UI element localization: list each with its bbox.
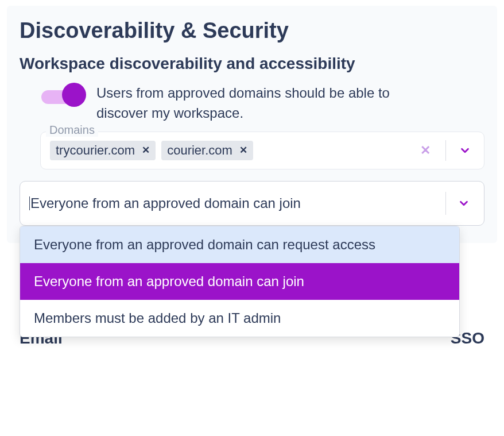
domains-field: Domains trycourier.com ✕ courier.com ✕ ✕ [40, 132, 484, 169]
clear-all-icon[interactable]: ✕ [414, 143, 436, 158]
access-option-label: Everyone from an approved domain can req… [34, 237, 375, 252]
close-icon[interactable]: ✕ [142, 144, 150, 156]
chevron-down-icon[interactable] [454, 197, 474, 210]
access-select-dropdown: Everyone from an approved domain can req… [20, 226, 460, 337]
access-select[interactable]: Everyone from an approved domain can joi… [20, 181, 484, 226]
divider [445, 192, 446, 215]
access-select-value-text: Everyone from an approved domain can joi… [30, 195, 301, 211]
access-select-value: Everyone from an approved domain can joi… [30, 195, 441, 211]
text-caret [29, 196, 30, 210]
toggle-knob [62, 83, 86, 107]
access-option-can-join[interactable]: Everyone from an approved domain can joi… [20, 263, 459, 300]
domains-legend: Domains [46, 124, 98, 137]
chevron-down-icon[interactable] [455, 144, 475, 157]
domains-input[interactable]: trycourier.com ✕ courier.com ✕ ✕ [40, 132, 484, 169]
domain-chip-label: trycourier.com [56, 143, 135, 158]
section-title: Workspace discoverability and accessibil… [20, 55, 484, 73]
access-option-request-access[interactable]: Everyone from an approved domain can req… [20, 226, 459, 263]
domain-chip-label: courier.com [167, 143, 232, 158]
access-select-wrap: Everyone from an approved domain can joi… [20, 181, 484, 226]
close-icon[interactable]: ✕ [239, 144, 247, 156]
access-option-label: Members must be added by an IT admin [34, 310, 281, 326]
discoverability-toggle-row: Users from approved domains should be ab… [40, 83, 484, 124]
access-option-it-admin[interactable]: Members must be added by an IT admin [20, 300, 459, 337]
domain-chip: trycourier.com ✕ [50, 141, 156, 160]
access-option-label: Everyone from an approved domain can joi… [34, 273, 304, 289]
discoverability-toggle[interactable] [40, 88, 86, 106]
discoverability-toggle-label: Users from approved domains should be ab… [96, 83, 435, 124]
divider [445, 140, 446, 161]
settings-panel: Discoverability & Security Workspace dis… [7, 6, 497, 243]
page-title: Discoverability & Security [20, 18, 484, 43]
domain-chip: courier.com ✕ [161, 141, 253, 160]
